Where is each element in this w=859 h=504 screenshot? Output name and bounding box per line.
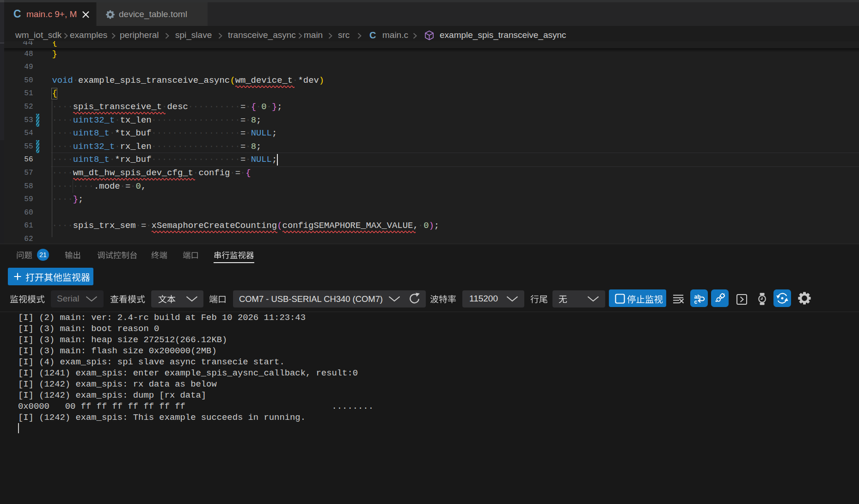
- svg-text:c: c: [694, 299, 698, 305]
